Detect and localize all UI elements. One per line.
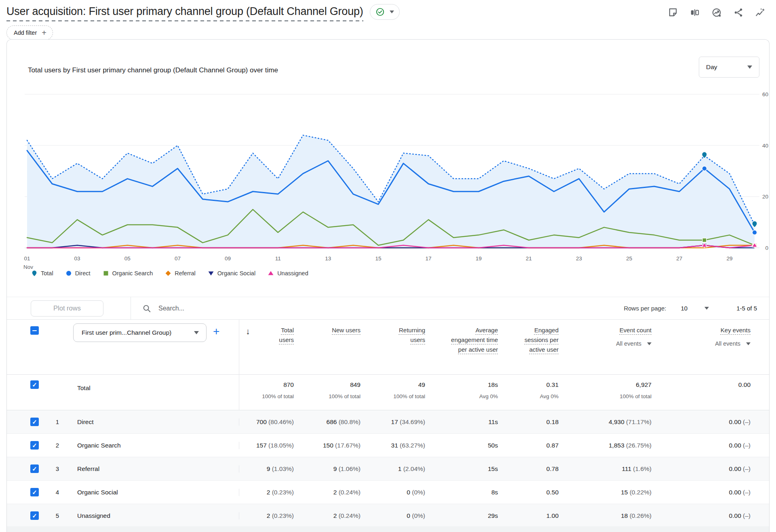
column-header-new_users: New users: [304, 320, 370, 374]
totals-subtext: Avg 0%: [435, 393, 498, 399]
svg-text:09: 09: [225, 255, 231, 262]
row-checkbox[interactable]: ✓: [30, 418, 39, 426]
metric-value: 111: [622, 465, 631, 472]
events-filter-label: All events: [715, 339, 740, 348]
metric-cell: 157 (18.05%): [239, 442, 304, 449]
legend-item-organic-search[interactable]: Organic Search: [103, 270, 153, 277]
metric-value: 18: [621, 512, 628, 519]
metric-value: 29s: [488, 512, 498, 519]
dimension-selector[interactable]: First user prim...Channel Group): [73, 323, 207, 342]
channel-name[interactable]: Referral: [67, 465, 239, 473]
legend-label: Referral: [175, 270, 196, 277]
legend-item-unassigned[interactable]: Unassigned: [268, 270, 308, 277]
add-dimension-button[interactable]: +: [213, 326, 219, 337]
column-header-label[interactable]: Returning users: [385, 325, 425, 345]
rows-per-page-label: Rows per page:: [624, 305, 666, 312]
column-header-label[interactable]: New users: [332, 325, 361, 335]
time-series-chart[interactable]: 020406001Nov0305070911131517192123252729: [7, 80, 769, 274]
totals-cell: 0.31Avg 0%: [508, 375, 568, 410]
metric-value: 1,853: [609, 442, 624, 449]
rows-per-page-value[interactable]: 10: [681, 305, 687, 312]
metric-percent: (–): [741, 465, 751, 472]
chevron-down-icon[interactable]: [704, 307, 709, 310]
notes-button[interactable]: [668, 7, 678, 18]
totals-label: Total: [67, 375, 239, 410]
legend-item-organic-social[interactable]: Organic Social: [208, 270, 255, 277]
metric-percent: (18.05%): [267, 442, 294, 449]
row-checkbox[interactable]: ✓: [30, 464, 39, 473]
metric-value: 0.00: [729, 418, 741, 425]
row-checkbox-cell: ✓: [7, 418, 47, 426]
row-checkbox[interactable]: ✓: [30, 441, 39, 450]
row-checkbox[interactable]: ✓: [30, 488, 39, 496]
sort-descending-icon[interactable]: ↓: [246, 325, 250, 338]
chevron-down-icon: [747, 65, 752, 69]
insights-spark-button[interactable]: [755, 7, 765, 18]
metric-cell: 18 (0.26%): [568, 512, 661, 519]
column-header-total_users: ↓Total users: [239, 320, 304, 374]
svg-text:19: 19: [476, 255, 482, 262]
metric-cell: 0.00 (–): [661, 442, 769, 449]
column-header-returning_users: Returning users: [370, 320, 435, 374]
row-number: 1: [47, 418, 67, 425]
metric-value: 0.00: [729, 465, 741, 472]
totals-value: 870: [239, 381, 294, 388]
channel-name[interactable]: Unassigned: [67, 512, 239, 519]
row-checkbox-cell: ✓: [7, 464, 47, 473]
share-button[interactable]: [733, 7, 744, 18]
totals-checkbox[interactable]: ✓: [30, 380, 39, 389]
report-status-pill[interactable]: [370, 4, 400, 20]
granularity-select[interactable]: Day: [699, 57, 759, 78]
channel-name[interactable]: Organic Social: [67, 489, 239, 496]
channel-name[interactable]: Organic Search: [67, 442, 239, 449]
metric-cell: 0.78: [508, 465, 568, 473]
check-mark: ✓: [32, 382, 37, 388]
table-scrollbar-track[interactable]: [7, 526, 769, 532]
column-header-label[interactable]: Key events: [721, 325, 751, 335]
metric-value: 0.87: [546, 442, 559, 449]
svg-text:03: 03: [74, 255, 80, 262]
insights-button[interactable]: [711, 7, 722, 18]
metric-value: 50s: [488, 442, 498, 449]
dimension-header-cell: First user prim...Channel Group)+: [67, 320, 239, 374]
column-header-label[interactable]: Event count: [620, 325, 652, 335]
metric-cell: 1.00: [508, 512, 568, 519]
row-checkbox-cell: ✓: [7, 488, 47, 496]
metric-percent: (–): [741, 418, 751, 425]
metric-value: 11s: [488, 418, 498, 425]
chevron-down-icon: [194, 331, 199, 334]
select-all-checkbox[interactable]: [30, 326, 39, 335]
totals-value: 0.31: [508, 381, 559, 388]
metric-percent: (1.6%): [631, 465, 652, 472]
row-checkbox[interactable]: ✓: [30, 511, 39, 520]
compare-button[interactable]: [690, 7, 700, 18]
metric-value: 686: [327, 418, 337, 425]
metric-cell: 4,930 (71.17%): [568, 418, 661, 426]
metric-percent: (80.8%): [337, 418, 361, 425]
metric-value: 700: [256, 418, 267, 425]
metric-cell: 50s: [435, 442, 508, 449]
report-header: User acquisition: First user primary cha…: [0, 0, 776, 22]
legend-item-referral[interactable]: Referral: [165, 270, 196, 277]
svg-text:15: 15: [375, 255, 381, 262]
add-filter-button[interactable]: Add filter +: [6, 25, 53, 40]
svg-text:25: 25: [626, 255, 632, 262]
legend-item-direct[interactable]: Direct: [65, 270, 91, 277]
legend-item-total[interactable]: Total: [31, 270, 53, 277]
plot-rows-button[interactable]: Plot rows: [31, 300, 103, 317]
metric-value: 31: [391, 442, 398, 449]
chart-header: Total users by First user primary channe…: [28, 57, 759, 78]
column-header-label[interactable]: Average engagement time per active user: [450, 325, 498, 355]
column-header-label[interactable]: Engaged sessions per active user: [519, 325, 559, 355]
metric-percent: (0.24%): [337, 512, 361, 519]
metric-percent: (0.23%): [270, 489, 294, 496]
channel-name[interactable]: Direct: [67, 418, 239, 426]
metric-percent: (0.26%): [628, 512, 652, 519]
search-input[interactable]: [158, 305, 280, 312]
events-filter-dropdown[interactable]: All events: [568, 339, 652, 348]
svg-text:05: 05: [124, 255, 131, 262]
valid-check-icon: [375, 7, 385, 17]
metric-percent: (–): [741, 489, 751, 496]
column-header-label[interactable]: Total users: [270, 325, 294, 345]
events-filter-dropdown[interactable]: All events: [661, 339, 751, 348]
